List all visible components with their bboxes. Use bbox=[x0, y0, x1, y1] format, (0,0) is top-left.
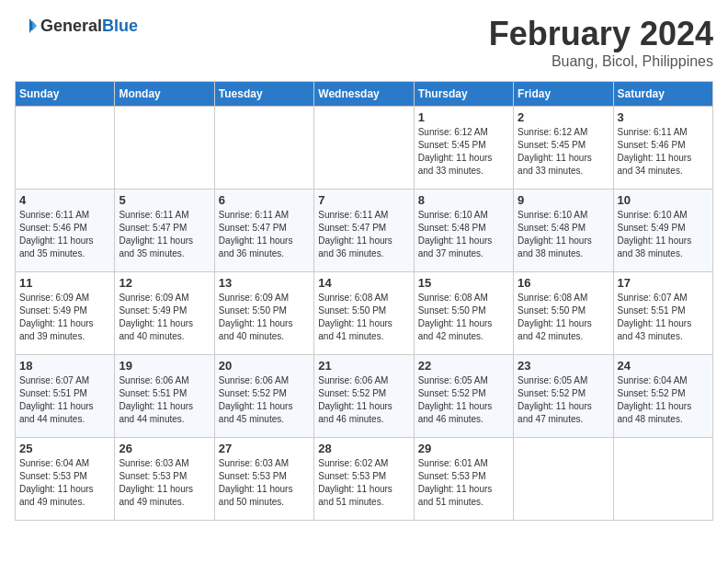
day-info: Sunrise: 6:08 AM Sunset: 5:50 PM Dayligh… bbox=[418, 292, 509, 343]
svg-marker-1 bbox=[32, 20, 37, 30]
calendar-cell bbox=[16, 107, 115, 190]
weekday-header-thursday: Thursday bbox=[414, 82, 513, 107]
day-number: 29 bbox=[418, 442, 509, 455]
calendar-cell: 21Sunrise: 6:06 AM Sunset: 5:52 PM Dayli… bbox=[314, 355, 414, 438]
day-number: 15 bbox=[418, 276, 509, 290]
day-number: 10 bbox=[618, 193, 709, 207]
calendar-cell: 20Sunrise: 6:06 AM Sunset: 5:52 PM Dayli… bbox=[214, 355, 313, 438]
calendar-cell: 18Sunrise: 6:07 AM Sunset: 5:51 PM Dayli… bbox=[16, 355, 115, 438]
calendar-cell: 1Sunrise: 6:12 AM Sunset: 5:45 PM Daylig… bbox=[414, 107, 513, 190]
day-info: Sunrise: 6:07 AM Sunset: 5:51 PM Dayligh… bbox=[19, 374, 110, 426]
calendar-cell: 12Sunrise: 6:09 AM Sunset: 5:49 PM Dayli… bbox=[115, 272, 214, 355]
day-number: 3 bbox=[618, 110, 709, 124]
calendar-cell: 22Sunrise: 6:05 AM Sunset: 5:52 PM Dayli… bbox=[414, 355, 513, 438]
weekday-header-friday: Friday bbox=[514, 82, 613, 107]
calendar-week-row: 18Sunrise: 6:07 AM Sunset: 5:51 PM Dayli… bbox=[16, 355, 713, 438]
calendar-cell: 7Sunrise: 6:11 AM Sunset: 5:47 PM Daylig… bbox=[314, 190, 414, 272]
day-info: Sunrise: 6:08 AM Sunset: 5:50 PM Dayligh… bbox=[518, 292, 609, 343]
calendar-cell: 29Sunrise: 6:01 AM Sunset: 5:53 PM Dayli… bbox=[414, 438, 513, 521]
calendar-cell: 15Sunrise: 6:08 AM Sunset: 5:50 PM Dayli… bbox=[414, 272, 513, 355]
day-info: Sunrise: 6:06 AM Sunset: 5:51 PM Dayligh… bbox=[119, 374, 210, 426]
calendar-table: SundayMondayTuesdayWednesdayThursdayFrid… bbox=[15, 81, 713, 521]
day-number: 22 bbox=[418, 359, 509, 373]
day-info: Sunrise: 6:09 AM Sunset: 5:50 PM Dayligh… bbox=[219, 292, 310, 343]
day-number: 25 bbox=[19, 442, 110, 455]
day-number: 28 bbox=[318, 442, 409, 455]
calendar-cell: 8Sunrise: 6:10 AM Sunset: 5:48 PM Daylig… bbox=[414, 190, 513, 272]
day-info: Sunrise: 6:06 AM Sunset: 5:52 PM Dayligh… bbox=[318, 374, 409, 426]
calendar-cell: 2Sunrise: 6:12 AM Sunset: 5:45 PM Daylig… bbox=[514, 107, 613, 190]
day-number: 26 bbox=[119, 442, 210, 455]
day-info: Sunrise: 6:10 AM Sunset: 5:48 PM Dayligh… bbox=[518, 209, 609, 260]
day-info: Sunrise: 6:03 AM Sunset: 5:53 PM Dayligh… bbox=[219, 457, 310, 509]
day-info: Sunrise: 6:12 AM Sunset: 5:45 PM Dayligh… bbox=[518, 126, 609, 178]
day-number: 16 bbox=[518, 276, 609, 290]
calendar-cell: 17Sunrise: 6:07 AM Sunset: 5:51 PM Dayli… bbox=[613, 272, 712, 355]
calendar-cell bbox=[214, 107, 313, 190]
day-info: Sunrise: 6:05 AM Sunset: 5:52 PM Dayligh… bbox=[418, 374, 509, 426]
day-info: Sunrise: 6:09 AM Sunset: 5:49 PM Dayligh… bbox=[119, 292, 210, 343]
calendar-week-row: 11Sunrise: 6:09 AM Sunset: 5:49 PM Dayli… bbox=[16, 272, 713, 355]
calendar-cell: 14Sunrise: 6:08 AM Sunset: 5:50 PM Dayli… bbox=[314, 272, 414, 355]
day-number: 23 bbox=[518, 359, 609, 373]
day-number: 21 bbox=[318, 359, 409, 373]
calendar-cell bbox=[314, 107, 414, 190]
calendar-cell: 11Sunrise: 6:09 AM Sunset: 5:49 PM Dayli… bbox=[16, 272, 115, 355]
day-info: Sunrise: 6:01 AM Sunset: 5:53 PM Dayligh… bbox=[418, 457, 509, 509]
location-subtitle: Buang, Bicol, Philippines bbox=[489, 53, 713, 70]
calendar-cell: 19Sunrise: 6:06 AM Sunset: 5:51 PM Dayli… bbox=[115, 355, 214, 438]
day-info: Sunrise: 6:10 AM Sunset: 5:48 PM Dayligh… bbox=[418, 209, 509, 260]
title-section: February 2024 Buang, Bicol, Philippines bbox=[489, 15, 713, 70]
calendar-cell: 4Sunrise: 6:11 AM Sunset: 5:46 PM Daylig… bbox=[16, 190, 115, 272]
weekday-header-sunday: Sunday bbox=[16, 82, 115, 107]
day-info: Sunrise: 6:03 AM Sunset: 5:53 PM Dayligh… bbox=[119, 457, 210, 509]
calendar-cell: 5Sunrise: 6:11 AM Sunset: 5:47 PM Daylig… bbox=[115, 190, 214, 272]
calendar-cell bbox=[613, 438, 712, 521]
day-info: Sunrise: 6:12 AM Sunset: 5:45 PM Dayligh… bbox=[418, 126, 509, 178]
day-info: Sunrise: 6:11 AM Sunset: 5:47 PM Dayligh… bbox=[219, 209, 310, 260]
day-number: 4 bbox=[19, 193, 110, 207]
month-year-title: February 2024 bbox=[489, 15, 713, 53]
day-number: 13 bbox=[219, 276, 310, 290]
day-info: Sunrise: 6:05 AM Sunset: 5:52 PM Dayligh… bbox=[518, 374, 609, 426]
day-number: 1 bbox=[418, 110, 509, 124]
logo-text-blue: Blue bbox=[102, 17, 138, 35]
calendar-week-row: 4Sunrise: 6:11 AM Sunset: 5:46 PM Daylig… bbox=[16, 190, 713, 272]
page-header: GeneralBlue February 2024 Buang, Bicol, … bbox=[15, 15, 713, 70]
day-info: Sunrise: 6:08 AM Sunset: 5:50 PM Dayligh… bbox=[318, 292, 409, 343]
day-info: Sunrise: 6:06 AM Sunset: 5:52 PM Dayligh… bbox=[219, 374, 310, 426]
calendar-week-row: 25Sunrise: 6:04 AM Sunset: 5:53 PM Dayli… bbox=[16, 438, 713, 521]
day-info: Sunrise: 6:11 AM Sunset: 5:46 PM Dayligh… bbox=[618, 126, 709, 178]
weekday-header-row: SundayMondayTuesdayWednesdayThursdayFrid… bbox=[16, 82, 713, 107]
day-info: Sunrise: 6:11 AM Sunset: 5:47 PM Dayligh… bbox=[318, 209, 409, 260]
day-number: 12 bbox=[119, 276, 210, 290]
calendar-week-row: 1Sunrise: 6:12 AM Sunset: 5:45 PM Daylig… bbox=[16, 107, 713, 190]
calendar-cell: 27Sunrise: 6:03 AM Sunset: 5:53 PM Dayli… bbox=[214, 438, 313, 521]
calendar-cell: 16Sunrise: 6:08 AM Sunset: 5:50 PM Dayli… bbox=[514, 272, 613, 355]
day-number: 14 bbox=[318, 276, 409, 290]
day-number: 7 bbox=[318, 193, 409, 207]
calendar-cell: 9Sunrise: 6:10 AM Sunset: 5:48 PM Daylig… bbox=[514, 190, 613, 272]
calendar-cell: 26Sunrise: 6:03 AM Sunset: 5:53 PM Dayli… bbox=[115, 438, 214, 521]
calendar-cell: 10Sunrise: 6:10 AM Sunset: 5:49 PM Dayli… bbox=[613, 190, 712, 272]
calendar-cell bbox=[514, 438, 613, 521]
day-number: 9 bbox=[518, 193, 609, 207]
weekday-header-monday: Monday bbox=[115, 82, 214, 107]
day-info: Sunrise: 6:11 AM Sunset: 5:47 PM Dayligh… bbox=[119, 209, 210, 260]
calendar-cell: 25Sunrise: 6:04 AM Sunset: 5:53 PM Dayli… bbox=[16, 438, 115, 521]
day-info: Sunrise: 6:02 AM Sunset: 5:53 PM Dayligh… bbox=[318, 457, 409, 509]
weekday-header-saturday: Saturday bbox=[613, 82, 712, 107]
calendar-cell: 23Sunrise: 6:05 AM Sunset: 5:52 PM Dayli… bbox=[514, 355, 613, 438]
calendar-cell: 13Sunrise: 6:09 AM Sunset: 5:50 PM Dayli… bbox=[214, 272, 313, 355]
day-info: Sunrise: 6:04 AM Sunset: 5:52 PM Dayligh… bbox=[618, 374, 709, 426]
weekday-header-wednesday: Wednesday bbox=[314, 82, 414, 107]
day-number: 18 bbox=[19, 359, 110, 373]
day-number: 17 bbox=[618, 276, 709, 290]
weekday-header-tuesday: Tuesday bbox=[214, 82, 313, 107]
logo-icon bbox=[15, 15, 37, 37]
day-info: Sunrise: 6:09 AM Sunset: 5:49 PM Dayligh… bbox=[19, 292, 110, 343]
day-number: 20 bbox=[219, 359, 310, 373]
day-number: 11 bbox=[19, 276, 110, 290]
day-number: 5 bbox=[119, 193, 210, 207]
day-number: 24 bbox=[618, 359, 709, 373]
